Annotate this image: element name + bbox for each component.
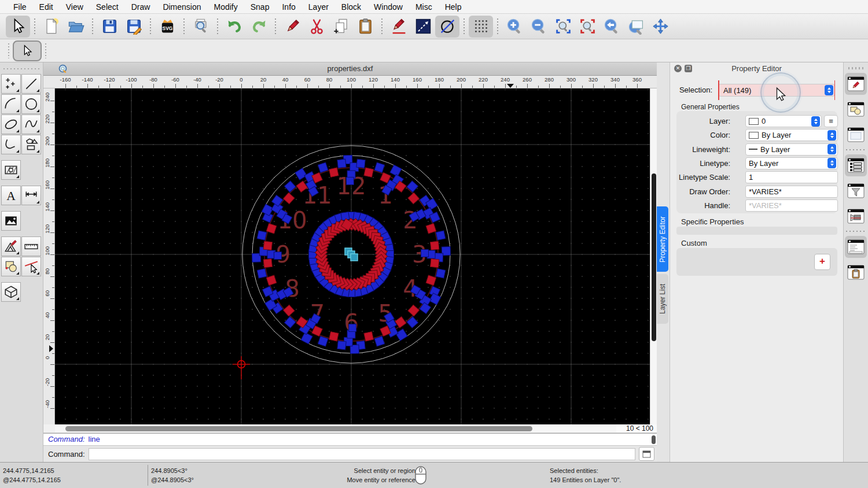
shape-tools[interactable] bbox=[21, 135, 41, 154]
dock-clipboard-toggle[interactable] bbox=[845, 261, 867, 283]
menu-modify[interactable]: Modify bbox=[208, 0, 244, 14]
line-tool-button[interactable] bbox=[411, 16, 435, 38]
measure-tools[interactable] bbox=[21, 236, 41, 256]
new-file-button[interactable] bbox=[39, 16, 64, 38]
open-file-button[interactable] bbox=[64, 16, 88, 38]
dock-separator bbox=[846, 149, 866, 151]
dock-camera-toggle[interactable] bbox=[845, 205, 867, 227]
horizontal-ruler: -160-140-120-100-80-60-40-20020406080100… bbox=[43, 76, 657, 88]
select-tool-button[interactable] bbox=[6, 16, 30, 38]
handle-input[interactable]: *VARIES* bbox=[745, 199, 838, 212]
linetype-combo[interactable]: By Layer bbox=[745, 157, 838, 169]
command-history-scrollbar[interactable] bbox=[652, 435, 656, 444]
draw-order-tools[interactable] bbox=[1, 257, 21, 276]
print-preview-button[interactable] bbox=[189, 16, 213, 38]
ruler-cursor-marker bbox=[49, 345, 53, 352]
color-combo[interactable]: By Layer bbox=[745, 129, 838, 141]
menu-file[interactable]: File bbox=[7, 0, 33, 14]
ruler-label: -60 bbox=[171, 76, 179, 83]
horizontal-scrollbar[interactable]: 10 < 100 bbox=[43, 424, 657, 433]
dock-block-list-toggle[interactable] bbox=[845, 98, 867, 120]
dock-view-list-toggle[interactable] bbox=[845, 124, 867, 146]
image-tool[interactable] bbox=[1, 211, 21, 231]
vertical-scrollbar[interactable] bbox=[650, 88, 657, 424]
line-tools[interactable] bbox=[21, 74, 41, 94]
menu-layer[interactable]: Layer bbox=[302, 0, 335, 14]
add-custom-property-button[interactable]: + bbox=[814, 254, 830, 270]
horizontal-scrollbar-thumb[interactable] bbox=[65, 426, 532, 431]
pan-button[interactable] bbox=[648, 16, 672, 38]
menu-help[interactable]: Help bbox=[439, 0, 468, 14]
draw-order-input[interactable]: *VARIES* bbox=[745, 186, 838, 198]
menu-draw[interactable]: Draw bbox=[125, 0, 157, 14]
vertical-scrollbar-thumb[interactable] bbox=[652, 173, 656, 341]
dock-drawing-properties-toggle[interactable] bbox=[845, 73, 867, 95]
layer-combo[interactable]: 0 bbox=[745, 115, 822, 127]
dock-command-line-toggle[interactable] bbox=[845, 236, 867, 258]
dimension-tools[interactable] bbox=[21, 186, 41, 205]
menu-select[interactable]: Select bbox=[90, 0, 125, 14]
drawing-canvas[interactable]: 123456789101112 bbox=[55, 88, 650, 424]
ruler-label: 340 bbox=[610, 76, 620, 83]
hatch-tool[interactable] bbox=[1, 160, 21, 180]
auto-zoom-button[interactable] bbox=[551, 16, 575, 38]
zoom-back-button[interactable] bbox=[599, 16, 624, 38]
linetype-scale-input[interactable]: 1 bbox=[745, 171, 838, 183]
circle-tools[interactable] bbox=[21, 94, 41, 114]
window-zoom-button[interactable] bbox=[624, 16, 648, 38]
command-input[interactable] bbox=[89, 448, 635, 460]
ellipse-tools[interactable] bbox=[1, 114, 21, 134]
menu-edit[interactable]: Edit bbox=[33, 0, 60, 14]
previous-view-button[interactable] bbox=[575, 16, 599, 38]
dock-selection-filter-toggle[interactable] bbox=[845, 180, 867, 202]
property-editor-panel: ✕ ❐ Property Editor Selection: All (149)… bbox=[670, 62, 843, 462]
undo-button[interactable] bbox=[222, 16, 247, 38]
save-button[interactable] bbox=[97, 16, 122, 38]
drawing-preferences-button[interactable] bbox=[387, 16, 411, 38]
point-tools[interactable] bbox=[1, 74, 21, 94]
polyline-tools[interactable] bbox=[1, 135, 21, 154]
undo-icon bbox=[226, 18, 243, 35]
arc-tools[interactable] bbox=[1, 94, 21, 114]
menu-view[interactable]: View bbox=[60, 0, 90, 14]
text-tool[interactable]: A bbox=[1, 186, 21, 205]
zoom-in-button[interactable] bbox=[502, 16, 527, 38]
dock-separator bbox=[846, 231, 866, 232]
property-value: 1 bbox=[749, 173, 753, 182]
toolbar-separator bbox=[381, 19, 382, 35]
paste-button[interactable] bbox=[353, 16, 377, 38]
spline-tools[interactable] bbox=[21, 114, 41, 134]
submenu-corner-icon bbox=[16, 130, 19, 132]
copy-button[interactable] bbox=[329, 16, 353, 38]
tab-layer-list[interactable]: Layer List bbox=[657, 274, 668, 324]
lineweight-combo[interactable]: By Layer bbox=[745, 143, 838, 156]
submenu-corner-icon bbox=[16, 297, 19, 300]
menu-snap[interactable]: Snap bbox=[244, 0, 276, 14]
tab-property-editor[interactable]: Property Editor bbox=[657, 206, 668, 272]
zoom-out-button[interactable] bbox=[527, 16, 551, 38]
ruler-label: 40 bbox=[44, 312, 51, 319]
menu-info[interactable]: Info bbox=[275, 0, 301, 14]
delete-button[interactable] bbox=[280, 16, 304, 38]
dock-property-editor-toggle[interactable] bbox=[845, 154, 867, 176]
save-as-button[interactable] bbox=[122, 16, 146, 38]
misc-draw-tools[interactable] bbox=[1, 236, 21, 256]
restrict-off-button[interactable] bbox=[435, 16, 459, 38]
status-bar: 244.4775,14.2165 @244.4775,14.2165 244.8… bbox=[0, 462, 868, 488]
menu-window[interactable]: Window bbox=[367, 0, 409, 14]
palette-gap bbox=[1, 155, 41, 160]
svg-export-button[interactable]: SVG bbox=[155, 16, 179, 38]
selection-mode-button[interactable] bbox=[13, 40, 42, 61]
toolbar-separator bbox=[92, 19, 93, 35]
redo-button[interactable] bbox=[247, 16, 271, 38]
command-window-button[interactable] bbox=[639, 447, 654, 461]
layer-menu-button[interactable]: ≡ bbox=[824, 115, 838, 127]
solid-tools[interactable] bbox=[1, 282, 21, 302]
grid-dots-icon bbox=[473, 18, 490, 35]
menu-dimension[interactable]: Dimension bbox=[156, 0, 207, 14]
menu-misc[interactable]: Misc bbox=[409, 0, 439, 14]
cut-button[interactable] bbox=[304, 16, 329, 38]
menu-block[interactable]: Block bbox=[335, 0, 367, 14]
modify-pick-tools[interactable] bbox=[21, 257, 41, 276]
grid-toggle-button[interactable] bbox=[469, 16, 493, 38]
